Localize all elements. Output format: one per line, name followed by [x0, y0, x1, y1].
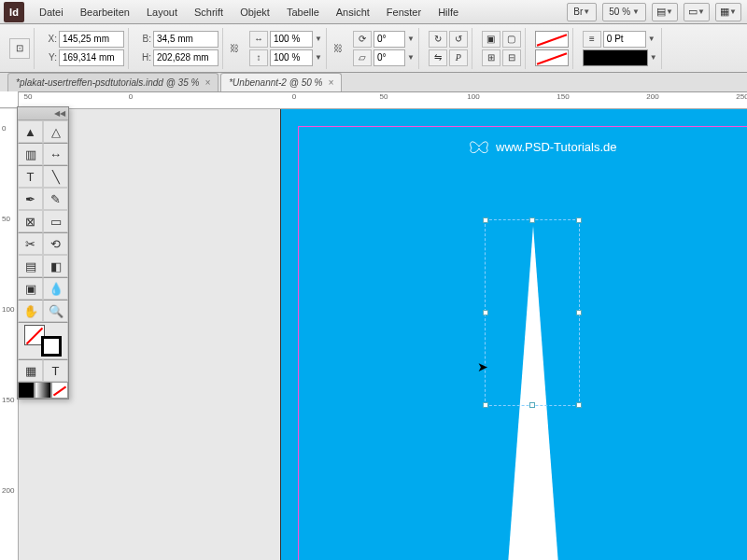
selection-tool[interactable]: ▲	[18, 120, 43, 143]
scissors-tool[interactable]: ✂	[18, 232, 43, 255]
reference-point-group: ⊡	[6, 28, 35, 69]
document-tab[interactable]: *plakat-usertreffen-psdtutorials.indd @ …	[7, 73, 218, 91]
y-field[interactable]	[59, 49, 124, 66]
resize-handle[interactable]	[529, 402, 535, 408]
menu-hilfe[interactable]: Hilfe	[430, 3, 466, 21]
rectangle-tool[interactable]: ▭	[43, 210, 68, 232]
formatting-text-tool[interactable]: T	[43, 359, 68, 382]
select-content-icon[interactable]: ▢	[502, 31, 521, 48]
vertical-ruler[interactable]: 050100150200	[0, 109, 19, 560]
menu-layout[interactable]: Layout	[139, 3, 185, 21]
direct-selection-tool[interactable]: △	[43, 120, 68, 143]
paragraph-icon[interactable]: P	[449, 49, 468, 66]
fit-content-icon[interactable]: ⊞	[482, 49, 500, 66]
stroke-weight-field[interactable]	[603, 31, 646, 48]
control-panel: ⊡ X: Y: B: H: ⛓ ↔▼ ↕▼ ⛓ ⟳▼ ▱▼ ↻↺ ⇋P ▣▢ ⊞…	[0, 24, 747, 73]
watermark: www.PSD-Tutorials.de	[468, 137, 617, 156]
constrain-scale-icon[interactable]: ⛓	[332, 39, 344, 58]
scale-x-icon: ↔	[249, 31, 268, 48]
gradient-feather-tool[interactable]: ◧	[43, 255, 68, 277]
shear-field[interactable]	[374, 49, 405, 66]
ruler-tick: 50	[24, 92, 33, 101]
menu-bar: Id DateiBearbeitenLayoutSchriftObjektTab…	[0, 0, 747, 24]
stroke-swatch-icon[interactable]	[41, 336, 62, 357]
ruler-origin-corner[interactable]	[0, 91, 19, 108]
watermark-text: www.PSD-Tutorials.de	[496, 140, 617, 154]
view-options-icon[interactable]: ▤▼	[652, 3, 678, 21]
pencil-tool[interactable]: ✎	[43, 188, 68, 210]
flip-h-icon[interactable]: ⇋	[429, 49, 447, 66]
note-tool[interactable]: ▣	[18, 277, 43, 300]
screen-mode-icon[interactable]: ▭▼	[684, 3, 710, 21]
eyedropper-tool[interactable]: 💧	[43, 277, 68, 300]
fill-stroke-control[interactable]	[18, 322, 68, 359]
document-tab[interactable]: *Unbenannt-2 @ 50 %×	[220, 73, 342, 91]
menu-schrift[interactable]: Schrift	[187, 3, 231, 21]
resize-handle[interactable]	[576, 310, 582, 315]
gap-tool[interactable]: ↔	[43, 143, 68, 165]
resize-handle[interactable]	[529, 217, 535, 223]
width-label: B:	[138, 34, 151, 44]
reference-point-icon[interactable]: ⊡	[9, 38, 30, 59]
resize-handle[interactable]	[483, 310, 488, 315]
stroke-swatch[interactable]	[535, 49, 569, 66]
menu-tabelle[interactable]: Tabelle	[279, 3, 327, 21]
tools-panel[interactable]: ◀◀ ▲△▥↔T╲✒✎⊠▭✂⟲▤◧▣💧✋🔍▦T	[17, 106, 69, 399]
rotate-ccw-icon[interactable]: ↺	[449, 31, 468, 48]
ruler-tick: 0	[129, 92, 133, 101]
close-icon[interactable]: ×	[328, 77, 333, 88]
resize-handle[interactable]	[576, 402, 582, 408]
fit-frame-icon[interactable]: ⊟	[502, 49, 521, 66]
resize-handle[interactable]	[576, 217, 582, 223]
zoom-level[interactable]: 50 % ▼	[602, 3, 646, 21]
close-icon[interactable]: ×	[204, 77, 210, 88]
constrain-proportions-icon[interactable]: ⛓	[229, 39, 240, 58]
resize-handle[interactable]	[483, 402, 488, 408]
document-canvas[interactable]: www.PSD-Tutorials.de ➤	[19, 109, 747, 560]
arrange-documents-icon[interactable]: ▦▼	[715, 3, 741, 21]
artboard: www.PSD-Tutorials.de ➤	[280, 109, 747, 560]
work-area: 500050100150200250 050100150200 www.PSD-…	[0, 92, 747, 560]
pen-tool[interactable]: ✒	[18, 188, 43, 210]
height-field[interactable]	[153, 49, 218, 66]
hand-tool[interactable]: ✋	[18, 300, 43, 322]
zoom-tool[interactable]: 🔍	[43, 300, 68, 322]
resize-handle[interactable]	[483, 217, 488, 223]
apply-gradient-icon[interactable]	[35, 382, 51, 399]
gradient-swatch-tool[interactable]: ▤	[18, 255, 43, 277]
stroke-style-swatch[interactable]	[583, 49, 648, 66]
horizontal-ruler[interactable]: 500050100150200250	[19, 92, 747, 109]
line-tool[interactable]: ╲	[43, 165, 68, 188]
free-transform-tool[interactable]: ⟲	[43, 232, 68, 255]
selection-bounding-box[interactable]	[485, 219, 580, 406]
menu-fenster[interactable]: Fenster	[379, 3, 429, 21]
page-tool[interactable]: ▥	[18, 143, 43, 165]
menu-objekt[interactable]: Objekt	[233, 3, 277, 21]
type-tool[interactable]: T	[18, 165, 43, 188]
app-icon: Id	[4, 2, 24, 22]
butterfly-icon	[468, 137, 490, 156]
menu-bearbeiten[interactable]: Bearbeiten	[73, 3, 137, 21]
stroke-weight-icon: ≡	[583, 31, 601, 48]
rectangle-frame-tool[interactable]: ⊠	[18, 210, 43, 232]
rotate-field[interactable]	[374, 31, 405, 48]
apply-color-icon[interactable]	[18, 382, 35, 399]
x-field[interactable]	[59, 31, 124, 48]
fill-swatch[interactable]	[535, 31, 569, 48]
scale-x-field[interactable]	[270, 31, 313, 48]
bridge-button[interactable]: Br ▼	[567, 3, 597, 21]
collapse-icon[interactable]: ◀◀	[54, 109, 65, 118]
document-tabs: *plakat-usertreffen-psdtutorials.indd @ …	[0, 73, 747, 92]
panel-header[interactable]: ◀◀	[18, 107, 68, 120]
scale-y-field[interactable]	[270, 49, 313, 66]
width-field[interactable]	[153, 31, 218, 48]
x-label: X:	[44, 34, 57, 44]
tab-title: *Unbenannt-2 @ 50 %	[229, 77, 322, 88]
menu-datei[interactable]: Datei	[32, 3, 71, 21]
apply-none-icon[interactable]	[51, 382, 68, 399]
rotate-cw-icon[interactable]: ↻	[429, 31, 447, 48]
ruler-tick: 150	[2, 396, 14, 404]
normal-mode-tool[interactable]: ▦	[18, 359, 43, 382]
menu-ansicht[interactable]: Ansicht	[329, 3, 377, 21]
select-container-icon[interactable]: ▣	[482, 31, 500, 48]
